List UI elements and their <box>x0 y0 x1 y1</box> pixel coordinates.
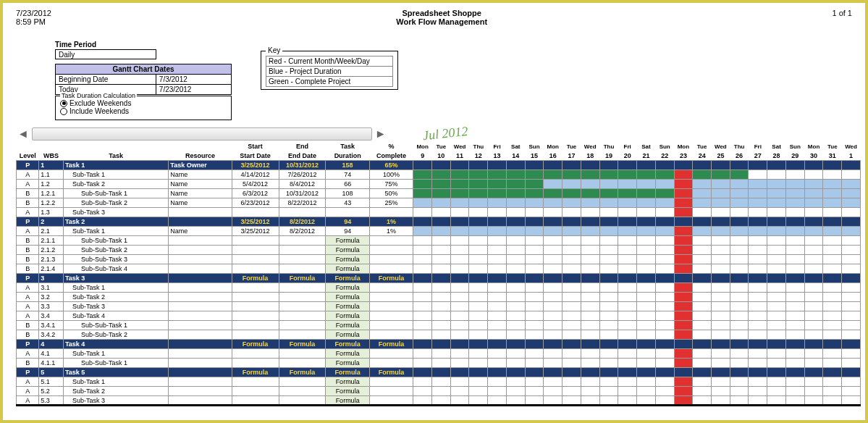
gantt-cell <box>712 208 730 217</box>
table-row[interactable]: A5.3Sub-Task 3Formula <box>17 396 861 406</box>
table-row[interactable]: A5.2Sub-Task 2Formula <box>17 387 861 396</box>
date-row-value[interactable]: 7/23/2012 <box>156 85 231 94</box>
gantt-cell <box>749 330 767 340</box>
gantt-cell <box>785 170 804 180</box>
gantt-cell <box>525 293 544 302</box>
table-row[interactable]: B2.1.3Sub-Sub-Task 3Formula <box>17 255 861 264</box>
gantt-cell <box>730 311 749 321</box>
table-row[interactable]: B4.1.1Sub-Sub-Task 1Formula <box>17 359 861 368</box>
table-row[interactable]: B3.4.1Sub-Sub-Task 1Formula <box>17 321 861 330</box>
gantt-cell <box>488 330 507 340</box>
gantt-cell <box>469 246 488 255</box>
table-row[interactable]: A1.3Sub-Task 3 <box>17 208 861 217</box>
day-header-num: 31 <box>823 151 842 161</box>
table-row[interactable]: P4Task 4FormulaFormulaFormulaFormula <box>17 340 861 349</box>
day-header-dow: Mon <box>674 142 693 151</box>
gantt-cell <box>488 359 507 368</box>
time-period-input[interactable]: Daily <box>55 49 156 59</box>
table-row[interactable]: B2.1.1Sub-Sub-Task 1Formula <box>17 236 861 246</box>
day-header-dow: Fri <box>749 142 767 151</box>
gantt-cell <box>804 208 823 217</box>
gantt-cell <box>432 198 451 208</box>
slider-right-arrow-icon[interactable]: ► <box>375 127 387 141</box>
key-box: Key Red - Current Month/Week/DayBlue - P… <box>261 51 398 90</box>
gantt-cell <box>655 264 674 274</box>
gantt-cell <box>581 302 599 311</box>
table-row[interactable]: P5Task 5FormulaFormulaFormulaFormula <box>17 368 861 377</box>
gantt-cell <box>618 255 637 264</box>
table-row[interactable]: B3.4.2Sub-Sub-Task 2Formula <box>17 330 861 340</box>
date-slider[interactable] <box>32 127 372 141</box>
gantt-cell <box>413 246 432 255</box>
gantt-cell <box>544 255 562 264</box>
gantt-cell <box>749 283 767 293</box>
table-row[interactable]: A1.2Sub-Task 2Name5/4/20128/4/20126675% <box>17 180 861 189</box>
gantt-cell <box>544 274 562 283</box>
gantt-cell <box>581 198 599 208</box>
gantt-cell <box>599 198 618 208</box>
gantt-cell <box>544 236 562 246</box>
day-header-dow: Tue <box>562 142 581 151</box>
gantt-cell <box>599 377 618 387</box>
radio-include-weekends[interactable]: Include Weekends <box>60 107 129 115</box>
table-row[interactable]: A3.1Sub-Task 1Formula <box>17 283 861 293</box>
header-title1: Spreadsheet Shoppe <box>396 9 487 17</box>
table-row[interactable]: A3.4Sub-Task 4Formula <box>17 311 861 321</box>
gantt-cell <box>655 236 674 246</box>
gantt-cell <box>432 396 451 406</box>
gantt-cell <box>599 189 618 198</box>
table-row[interactable]: A5.1Sub-Task 1Formula <box>17 377 861 387</box>
gantt-cell <box>785 189 804 198</box>
gantt-cell <box>506 180 525 189</box>
gantt-cell <box>413 293 432 302</box>
gantt-cell <box>413 217 432 227</box>
gantt-cell <box>432 227 451 236</box>
gantt-cell <box>823 359 842 368</box>
gantt-cell <box>506 377 525 387</box>
gantt-cell <box>618 293 637 302</box>
gantt-cell <box>823 368 842 377</box>
gantt-cell <box>842 227 861 236</box>
table-row[interactable]: P3Task 3FormulaFormulaFormulaFormula <box>17 274 861 283</box>
key-item: Blue - Project Duration <box>266 67 393 77</box>
gantt-dates-title: Gantt Chart Dates <box>55 64 232 75</box>
gantt-cell <box>581 359 599 368</box>
table-row[interactable]: A3.2Sub-Task 2Formula <box>17 293 861 302</box>
day-header-dow: Thu <box>730 142 749 151</box>
table-row[interactable]: A1.1Sub-Task 1Name4/14/20127/26/20127410… <box>17 170 861 180</box>
table-row[interactable]: B1.2.2Sub-Sub-Task 2Name6/23/20128/22/20… <box>17 198 861 208</box>
gantt-cell <box>488 246 507 255</box>
table-row[interactable]: A3.3Sub-Task 3Formula <box>17 302 861 311</box>
table-row[interactable]: B2.1.4Sub-Sub-Task 4Formula <box>17 264 861 274</box>
gantt-cell <box>823 264 842 274</box>
gantt-cell <box>525 198 544 208</box>
table-row[interactable]: A2.1Sub-Task 1Name3/25/20128/2/2012941% <box>17 227 861 236</box>
gantt-cell <box>785 246 804 255</box>
gantt-cell <box>618 180 637 189</box>
gantt-cell <box>712 227 730 236</box>
table-row[interactable]: P2Task 23/25/20128/2/2012941% <box>17 217 861 227</box>
date-row-value[interactable]: 7/3/2012 <box>156 75 231 84</box>
col-header: Duration <box>326 151 369 161</box>
gantt-cell <box>785 293 804 302</box>
gantt-cell <box>506 170 525 180</box>
gantt-cell <box>525 255 544 264</box>
gantt-cell <box>823 349 842 359</box>
gantt-cell <box>749 396 767 406</box>
gantt-cell <box>525 311 544 321</box>
gantt-cell <box>674 170 693 180</box>
table-row[interactable]: A4.1Sub-Task 1Formula <box>17 349 861 359</box>
gantt-cell <box>599 227 618 236</box>
radio-exclude-weekends[interactable]: Exclude Weekends <box>60 99 131 107</box>
table-row[interactable]: B2.1.2Sub-Sub-Task 2Formula <box>17 246 861 255</box>
gantt-cell <box>432 293 451 302</box>
day-header-dow: Wed <box>842 142 861 151</box>
gantt-cell <box>823 293 842 302</box>
table-row[interactable]: P1Task 1Task Owner3/25/201210/31/2012158… <box>17 161 861 170</box>
gantt-cell <box>506 161 525 170</box>
slider-left-arrow-icon[interactable]: ◄ <box>17 127 29 141</box>
gantt-cell <box>693 255 712 264</box>
gantt-cell <box>674 368 693 377</box>
table-row[interactable]: B1.2.1Sub-Sub-Task 1Name6/3/201210/31/20… <box>17 189 861 198</box>
gantt-cell <box>693 283 712 293</box>
